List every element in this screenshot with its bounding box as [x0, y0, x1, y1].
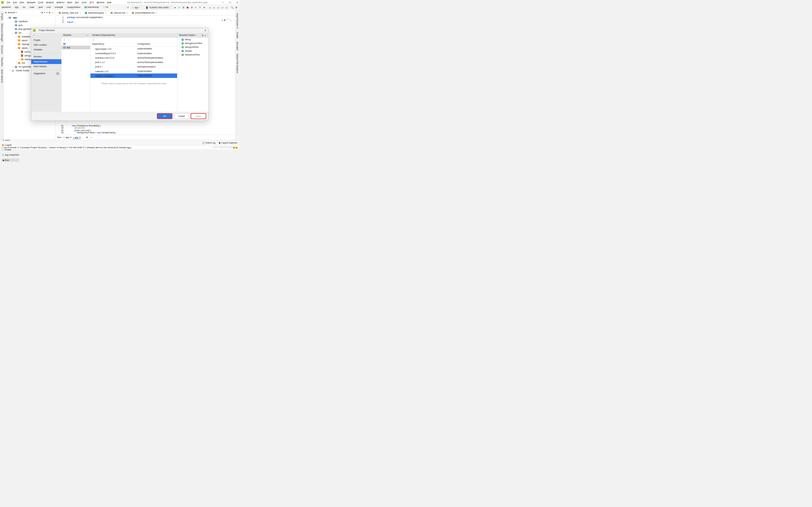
module-row[interactable]: [61, 42, 90, 46]
breadcrumb[interactable]: ⓕ txt: [100, 6, 109, 9]
menu-analyze[interactable]: Analyze: [46, 1, 54, 4]
run-hide-icon[interactable]: —: [90, 136, 92, 139]
rail-device-file-explorer[interactable]: Device File Explorer: [236, 54, 239, 73]
menu-help[interactable]: Help: [107, 1, 112, 4]
breadcrumb[interactable]: plication4: [1, 6, 12, 9]
coverage-icon[interactable]: ☲: [182, 5, 185, 9]
event-log-tab[interactable]: 💬 Event Log: [202, 141, 215, 144]
tree-item[interactable]: › java: [4, 23, 55, 27]
menu-run[interactable]: Run: [75, 1, 79, 4]
column-dependency[interactable]: Dependency: [90, 42, 136, 47]
debug-button[interactable]: 🐞: [186, 5, 189, 9]
tree-item-app[interactable]: ⌄ app: [4, 16, 55, 20]
resolved-variant-row[interactable]: ›debugAndroidTest: [177, 42, 208, 45]
close-button[interactable]: ✕: [236, 1, 238, 3]
rail-structure[interactable]: Structure: [1, 45, 3, 54]
dependency-row[interactable]: okhttp:5.0.0-alpha.2implementation: [90, 73, 177, 78]
menu-refactor[interactable]: Refactor: [56, 1, 65, 4]
add-module-button[interactable]: ＋: [63, 38, 65, 41]
forward-icon[interactable]: →: [37, 34, 39, 37]
menu-tools[interactable]: Tools: [82, 1, 87, 4]
settings-icon[interactable]: ⚙: [49, 11, 51, 14]
hide-icon[interactable]: —: [52, 11, 54, 14]
sidebar-item-sdk-location[interactable]: SDK Location: [31, 43, 61, 47]
minimize-button[interactable]: —: [222, 1, 224, 3]
breadcrumb[interactable]: example: [52, 6, 64, 9]
rail-emulator[interactable]: Emulator: [236, 42, 239, 50]
module-row[interactable]: app: [61, 46, 90, 49]
resolved-variant-row[interactable]: ›release: [177, 49, 208, 53]
locate-icon[interactable]: ⊕: [41, 11, 43, 14]
profile-icon[interactable]: ◔: [190, 5, 194, 9]
sidebar-item-suggestions[interactable]: Suggestions2: [31, 71, 61, 76]
editor-tab[interactable]: activity_main.xml✕: [57, 10, 83, 15]
run-tab[interactable]: ▸ app ✕: [64, 136, 72, 139]
rail-favorites[interactable]: Favorites: [1, 57, 3, 66]
rail-gradle[interactable]: Gradle: [236, 32, 239, 38]
breadcrumb[interactable]: java: [36, 6, 44, 9]
menu-build[interactable]: Build: [67, 1, 72, 4]
layout-inspector-icon[interactable]: ▭: [220, 5, 224, 9]
column-configuration[interactable]: Configuration: [136, 42, 177, 47]
close-tab-icon[interactable]: ✕: [79, 12, 81, 14]
close-tab-icon[interactable]: ✕: [126, 12, 128, 14]
minimize-icon[interactable]: —: [86, 34, 89, 37]
rail-project[interactable]: Project: [1, 13, 3, 20]
rail-build-variants[interactable]: Build Variants: [1, 70, 3, 83]
close-tab-icon[interactable]: ✕: [105, 12, 107, 14]
project-view-selector[interactable]: Android: [8, 11, 15, 14]
ok-button[interactable]: OK: [157, 113, 172, 118]
editor-tab[interactable]: AndroidManifest.xml✕: [130, 10, 159, 15]
app-quality-icon[interactable]: ▭: [224, 5, 229, 9]
editor-tab[interactable]: MainActivity.java✕: [83, 10, 108, 15]
collapse-icon[interactable]: ≡: [46, 11, 48, 14]
breadcrumb[interactable]: app: [12, 6, 19, 9]
close-tab-icon[interactable]: ✕: [155, 12, 157, 14]
menu-window[interactable]: Window: [97, 1, 104, 4]
stop-button[interactable]: ■: [202, 5, 206, 9]
layout-inspector-tab[interactable]: ◧ Layout Inspector: [219, 141, 238, 144]
attach-debugger-icon[interactable]: ⎋: [194, 5, 198, 9]
back-icon[interactable]: ←: [33, 34, 35, 37]
sidebar-item-project[interactable]: Project: [31, 38, 61, 43]
menu-edit[interactable]: Edit: [13, 1, 17, 4]
remove-module-button[interactable]: －: [68, 38, 70, 41]
resolved-variant-row[interactable]: ›debugUnitTest: [177, 45, 208, 49]
menu-view[interactable]: View: [20, 1, 24, 4]
breadcrumb[interactable]: main: [27, 6, 36, 9]
sidebar-item-dependencies[interactable]: Dependencies: [31, 59, 61, 64]
menu-navigate[interactable]: Navigate: [27, 1, 36, 4]
run-tab[interactable]: ▸ app ✕: [73, 136, 81, 139]
sidebar-item-modules[interactable]: Modules: [31, 55, 61, 59]
sdk-manager-icon[interactable]: ▭: [212, 5, 216, 9]
menu-code[interactable]: Code: [38, 1, 44, 4]
device-selector[interactable]: 📱HUAWEI ANA-AN00▾: [144, 5, 172, 9]
resolved-variant-row[interactable]: ›releaseUnitTest: [177, 53, 208, 57]
sidebar-item-variables[interactable]: Variables: [31, 47, 61, 52]
bottom-tab-app-inspection[interactable]: 🔍 App Inspection: [2, 153, 19, 156]
expand-icon[interactable]: ≡: [44, 11, 45, 14]
dependency-row[interactable]: material:1.3.0implementation: [90, 69, 177, 73]
rail-resource-manager[interactable]: Resource Manager: [1, 23, 3, 42]
maximize-button[interactable]: ▢: [229, 1, 231, 3]
rail-key-promoter[interactable]: Key Promoter X: [236, 13, 239, 29]
problems-indicator[interactable]: ⚠ 8 ˄ ˅ ⌄: [221, 19, 232, 21]
breadcrumb[interactable]: src: [20, 6, 27, 9]
dependency-row[interactable]: junit:1.1.2androidTestImplementation: [90, 60, 177, 65]
sidebar-item-build-variants[interactable]: Build Variants: [31, 64, 61, 69]
breadcrumb[interactable]: myapplication: [64, 6, 82, 9]
tree-item[interactable]: › manifests: [4, 20, 55, 23]
cancel-button[interactable]: Cancel: [174, 113, 189, 118]
remove-dependency-button[interactable]: －: [97, 38, 99, 41]
menu-file[interactable]: File: [7, 1, 10, 4]
bottom-tab-run[interactable]: ▶ Run: [2, 158, 19, 162]
dependency-row[interactable]: appcompat:1.2.0implementation: [90, 47, 177, 51]
more-run-icon[interactable]: ⧉: [198, 5, 202, 9]
dependency-row[interactable]: junit:4.+testImplementation: [90, 65, 177, 69]
apply-button[interactable]: Apply: [191, 113, 206, 118]
bottom-tab-profiler[interactable]: 〰 Profiler: [2, 149, 19, 151]
resource-manager-icon[interactable]: ▭: [216, 5, 220, 9]
run-config-selector[interactable]: ▸app▾: [131, 5, 142, 9]
editor-tab[interactable]: nettools.xml✕: [109, 10, 130, 15]
dependency-row[interactable]: constraintlayout:2.0.4implementation: [90, 51, 177, 55]
